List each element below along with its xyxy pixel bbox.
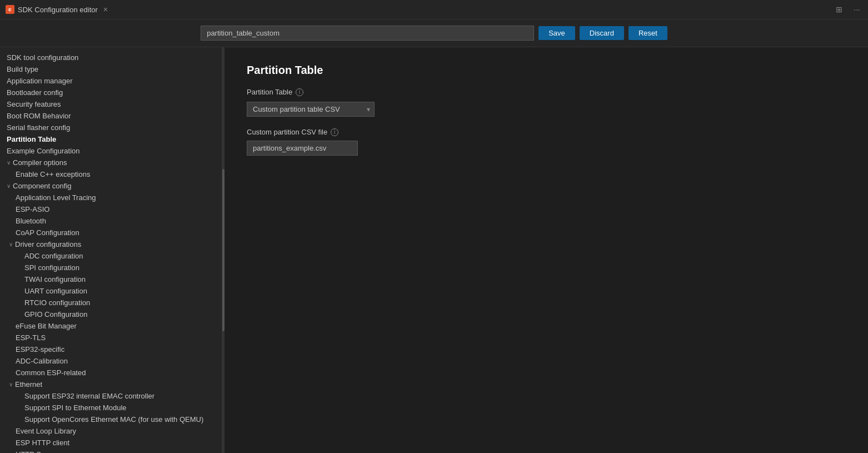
save-button[interactable]: Save xyxy=(538,26,575,40)
sidebar-item-adc-configuration[interactable]: ADC configuration xyxy=(0,250,222,262)
sidebar-group-compiler-options[interactable]: ∨Compiler options xyxy=(0,157,222,168)
sidebar-group-ethernet[interactable]: ∨Ethernet xyxy=(0,379,222,390)
sidebar-item-security-features[interactable]: Security features xyxy=(0,98,222,110)
sidebar-item-coap-configuration[interactable]: CoAP Configuration xyxy=(0,227,222,238)
csv-file-label-text: Custom partition CSV file xyxy=(247,128,327,136)
content-area: Partition Table Partition Table i Custom… xyxy=(225,47,868,453)
chevron-icon: ∨ xyxy=(9,241,13,247)
close-tab-button[interactable]: × xyxy=(101,4,110,14)
sidebar-scrollbar[interactable] xyxy=(222,47,225,453)
section-label: Partition Table i xyxy=(247,88,846,96)
app-icon: E xyxy=(6,5,14,14)
sidebar-item-enable-cpp-exceptions[interactable]: Enable C++ exceptions xyxy=(0,168,222,180)
window-title: SDK Configuration editor xyxy=(18,6,98,14)
chevron-icon: ∨ xyxy=(7,183,11,189)
search-input[interactable] xyxy=(201,26,534,41)
sidebar-item-support-spi-ethernet[interactable]: Support SPI to Ethernet Module xyxy=(0,402,222,414)
toolbar: Save Discard Reset xyxy=(0,19,868,47)
sidebar-item-bootloader-config[interactable]: Bootloader config xyxy=(0,87,222,98)
sidebar-item-support-esp32-emac[interactable]: Support ESP32 internal EMAC controller xyxy=(0,390,222,402)
content-title: Partition Table xyxy=(247,64,846,77)
sidebar-group-label: Ethernet xyxy=(15,380,42,389)
sidebar-item-support-opencores-ethernet[interactable]: Support OpenCores Ethernet MAC (for use … xyxy=(0,414,222,425)
sidebar-group-label: Driver configurations xyxy=(15,240,81,248)
csv-file-label: Custom partition CSV file i xyxy=(247,128,846,136)
title-bar-right: ⊞ ··· xyxy=(834,4,862,15)
partition-table-info-icon[interactable]: i xyxy=(296,88,303,96)
layout-icon[interactable]: ⊞ xyxy=(834,4,845,15)
sidebar-item-application-level-tracing[interactable]: Application Level Tracing xyxy=(0,192,222,203)
sidebar-item-common-esp-related[interactable]: Common ESP-related xyxy=(0,367,222,379)
sidebar-item-esp-asio[interactable]: ESP-ASIO xyxy=(0,203,222,215)
sidebar-group-component-config[interactable]: ∨Component config xyxy=(0,180,222,192)
sidebar-group-driver-configurations[interactable]: ∨Driver configurations xyxy=(0,238,222,250)
sidebar-item-http-server[interactable]: HTTP Server xyxy=(0,449,222,453)
sidebar-item-esp-http-client[interactable]: ESP HTTP client xyxy=(0,437,222,449)
sidebar-item-partition-table[interactable]: Partition Table xyxy=(0,133,222,145)
partition-type-dropdown-wrapper: Custom partition table CSVSingle factory… xyxy=(247,102,375,117)
sidebar-group-label: Component config xyxy=(13,182,72,190)
sidebar-item-build-type[interactable]: Build type xyxy=(0,63,222,75)
section-label-text: Partition Table xyxy=(247,88,292,96)
sidebar-item-gpio-configuration[interactable]: GPIO Configuration xyxy=(0,308,222,320)
partition-type-dropdown[interactable]: Custom partition table CSVSingle factory… xyxy=(247,102,375,117)
sidebar-item-boot-rom-behavior[interactable]: Boot ROM Behavior xyxy=(0,110,222,122)
sidebar-item-serial-flasher-config[interactable]: Serial flasher config xyxy=(0,122,222,133)
sidebar-item-esp-tls[interactable]: ESP-TLS xyxy=(0,332,222,344)
discard-button[interactable]: Discard xyxy=(580,26,624,40)
sidebar: SDK tool configurationBuild typeApplicat… xyxy=(0,47,222,453)
sidebar-item-example-configuration[interactable]: Example Configuration xyxy=(0,145,222,157)
sidebar-item-sdk-tool-configuration[interactable]: SDK tool configuration xyxy=(0,52,222,63)
sidebar-item-bluetooth[interactable]: Bluetooth xyxy=(0,215,222,227)
sidebar-item-spi-configuration[interactable]: SPI configuration xyxy=(0,262,222,273)
more-icon[interactable]: ··· xyxy=(851,4,862,15)
svg-text:E: E xyxy=(8,7,12,12)
chevron-icon: ∨ xyxy=(9,381,13,387)
reset-button[interactable]: Reset xyxy=(628,26,667,40)
chevron-icon: ∨ xyxy=(7,160,11,166)
sidebar-item-uart-configuration[interactable]: UART configuration xyxy=(0,285,222,297)
sidebar-item-rtcio-configuration[interactable]: RTCIO configuration xyxy=(0,297,222,308)
sidebar-group-label: Compiler options xyxy=(13,158,67,167)
csv-file-value[interactable]: partitions_example.csv xyxy=(247,141,358,156)
sidebar-item-twai-configuration[interactable]: TWAI configuration xyxy=(0,273,222,285)
sidebar-item-adc-calibration[interactable]: ADC-Calibration xyxy=(0,355,222,367)
sidebar-item-event-loop-library[interactable]: Event Loop Library xyxy=(0,425,222,437)
csv-file-info-icon[interactable]: i xyxy=(331,128,338,136)
main-layout: SDK tool configurationBuild typeApplicat… xyxy=(0,47,868,453)
title-bar: E SDK Configuration editor × ⊞ ··· xyxy=(0,0,868,19)
sidebar-item-application-manager[interactable]: Application manager xyxy=(0,75,222,87)
scrollbar-thumb xyxy=(222,169,225,331)
sidebar-item-efuse-bit-manager[interactable]: eFuse Bit Manager xyxy=(0,320,222,332)
sidebar-item-esp32-specific[interactable]: ESP32-specific xyxy=(0,344,222,355)
title-bar-left: E SDK Configuration editor × xyxy=(6,4,110,14)
